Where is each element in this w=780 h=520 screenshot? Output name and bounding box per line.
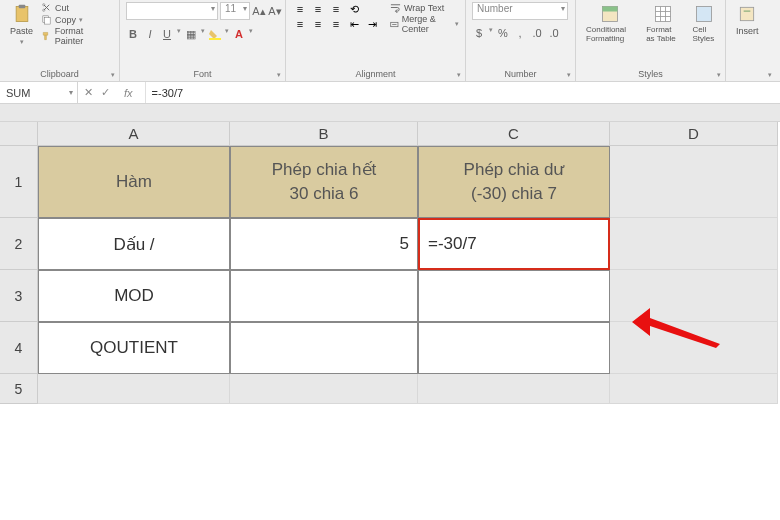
formula-bar-expand bbox=[0, 104, 780, 122]
decrease-font-icon[interactable]: A▾ bbox=[268, 4, 282, 18]
svg-rect-6 bbox=[209, 38, 221, 40]
wrap-text-button[interactable]: Wrap Text bbox=[390, 2, 459, 13]
format-painter-button[interactable]: Format Painter bbox=[41, 26, 113, 46]
col-header-C[interactable]: C bbox=[418, 122, 610, 146]
orientation-button[interactable]: ⟲ bbox=[346, 2, 362, 16]
underline-button[interactable]: U bbox=[160, 27, 174, 41]
font-size-select[interactable]: 11 bbox=[220, 2, 250, 20]
row-header-1[interactable]: 1 bbox=[0, 146, 38, 218]
align-top-button[interactable]: ≡ bbox=[292, 2, 308, 16]
ribbon-group-alignment: ≡≡≡⟲ ≡≡≡⇤⇥ Wrap Text Merge & Center▾ Ali… bbox=[286, 0, 466, 81]
paste-button[interactable]: Paste ▾ bbox=[6, 2, 37, 48]
select-all-corner[interactable] bbox=[0, 122, 38, 146]
cell-A5[interactable] bbox=[38, 374, 230, 404]
alignment-group-label: Alignment bbox=[292, 68, 459, 81]
row-header-2[interactable]: 2 bbox=[0, 218, 38, 270]
ribbon-group-clipboard: Paste ▾ Cut Copy▾ Format Painter Clipboa… bbox=[0, 0, 120, 81]
cell-C5[interactable] bbox=[418, 374, 610, 404]
cell-styles-button[interactable]: Cell Styles bbox=[688, 2, 719, 46]
svg-rect-13 bbox=[744, 11, 751, 12]
italic-button[interactable]: I bbox=[143, 27, 157, 41]
comma-button[interactable]: , bbox=[513, 26, 527, 40]
cell-D2[interactable] bbox=[610, 218, 778, 270]
cancel-formula-button[interactable]: ✕ bbox=[84, 86, 93, 99]
cell-D1[interactable] bbox=[610, 146, 778, 218]
border-button[interactable]: ▦ bbox=[184, 27, 198, 41]
formula-input[interactable]: =-30/7 bbox=[146, 87, 780, 99]
merge-center-button[interactable]: Merge & Center▾ bbox=[390, 14, 459, 34]
ribbon-group-styles: Conditional Formatting Format as Table C… bbox=[576, 0, 726, 81]
ribbon-group-number: Number $▾ % , .0 .0 Number bbox=[466, 0, 576, 81]
svg-rect-10 bbox=[656, 7, 671, 22]
number-format-select[interactable]: Number bbox=[472, 2, 568, 20]
align-right-button[interactable]: ≡ bbox=[328, 17, 344, 31]
insert-icon bbox=[737, 4, 757, 24]
cond-format-icon bbox=[600, 4, 620, 24]
formula-bar: SUM ✕ ✓ fx =-30/7 bbox=[0, 82, 780, 104]
styles-group-label: Styles bbox=[582, 68, 719, 81]
align-center-button[interactable]: ≡ bbox=[310, 17, 326, 31]
row-header-4[interactable]: 4 bbox=[0, 322, 38, 374]
fill-color-button[interactable] bbox=[208, 27, 222, 41]
number-group-label: Number bbox=[472, 68, 569, 81]
bold-button[interactable]: B bbox=[126, 27, 140, 41]
conditional-formatting-button[interactable]: Conditional Formatting bbox=[582, 2, 638, 46]
ribbon-group-font: 11 A▴ A▾ B I U ▾ ▦ ▾ ▾ A ▾ Font bbox=[120, 0, 286, 81]
svg-rect-9 bbox=[603, 7, 618, 12]
name-box[interactable]: SUM bbox=[0, 82, 78, 103]
indent-dec-button[interactable]: ⇤ bbox=[346, 17, 362, 31]
cell-C1[interactable]: Phép chia dư(-30) chia 7 bbox=[418, 146, 610, 218]
svg-rect-11 bbox=[696, 7, 711, 22]
increase-decimal-button[interactable]: .0 bbox=[530, 26, 544, 40]
cell-C4[interactable] bbox=[418, 322, 610, 374]
svg-rect-0 bbox=[16, 7, 28, 22]
spreadsheet-grid: A B C D 1 Hàm Phép chia hết30 chia 6 Phé… bbox=[0, 122, 780, 404]
svg-rect-1 bbox=[18, 5, 25, 8]
fx-button[interactable]: fx bbox=[118, 87, 139, 99]
align-middle-button[interactable]: ≡ bbox=[310, 2, 326, 16]
cell-B1[interactable]: Phép chia hết30 chia 6 bbox=[230, 146, 418, 218]
paste-label: Paste bbox=[10, 26, 33, 36]
cell-A2[interactable]: Dấu / bbox=[38, 218, 230, 270]
cell-B5[interactable] bbox=[230, 374, 418, 404]
cell-B4[interactable] bbox=[230, 322, 418, 374]
svg-rect-5 bbox=[45, 18, 51, 24]
enter-formula-button[interactable]: ✓ bbox=[101, 86, 110, 99]
svg-rect-12 bbox=[741, 7, 754, 20]
align-left-button[interactable]: ≡ bbox=[292, 17, 308, 31]
copy-icon bbox=[41, 14, 52, 25]
font-color-button[interactable]: A bbox=[232, 27, 246, 41]
cut-button[interactable]: Cut bbox=[41, 2, 113, 13]
row-header-3[interactable]: 3 bbox=[0, 270, 38, 322]
cell-C3[interactable] bbox=[418, 270, 610, 322]
cell-C2-active[interactable]: =-30/7 bbox=[418, 218, 610, 270]
accounting-button[interactable]: $ bbox=[472, 26, 486, 40]
copy-button[interactable]: Copy▾ bbox=[41, 14, 113, 25]
cell-B3[interactable] bbox=[230, 270, 418, 322]
insert-button[interactable]: Insert bbox=[732, 2, 763, 38]
annotation-arrow bbox=[632, 300, 722, 352]
cell-A1[interactable]: Hàm bbox=[38, 146, 230, 218]
percent-button[interactable]: % bbox=[496, 26, 510, 40]
format-as-table-button[interactable]: Format as Table bbox=[642, 2, 684, 46]
col-header-D[interactable]: D bbox=[610, 122, 778, 146]
increase-font-icon[interactable]: A▴ bbox=[252, 4, 266, 18]
cell-B2[interactable]: 5 bbox=[230, 218, 418, 270]
col-header-A[interactable]: A bbox=[38, 122, 230, 146]
brush-icon bbox=[41, 31, 52, 42]
clipboard-group-label: Clipboard bbox=[6, 68, 113, 81]
decrease-decimal-button[interactable]: .0 bbox=[547, 26, 561, 40]
merge-icon bbox=[390, 19, 399, 30]
indent-inc-button[interactable]: ⇥ bbox=[364, 17, 380, 31]
cell-D5[interactable] bbox=[610, 374, 778, 404]
cell-A3[interactable]: MOD bbox=[38, 270, 230, 322]
row-header-5[interactable]: 5 bbox=[0, 374, 38, 404]
paste-icon bbox=[12, 4, 32, 24]
wrap-icon bbox=[390, 2, 401, 13]
font-group-label: Font bbox=[126, 68, 279, 81]
cell-A4[interactable]: QOUTIENT bbox=[38, 322, 230, 374]
align-bottom-button[interactable]: ≡ bbox=[328, 2, 344, 16]
ribbon: Paste ▾ Cut Copy▾ Format Painter Clipboa… bbox=[0, 0, 780, 82]
col-header-B[interactable]: B bbox=[230, 122, 418, 146]
font-family-select[interactable] bbox=[126, 2, 218, 20]
